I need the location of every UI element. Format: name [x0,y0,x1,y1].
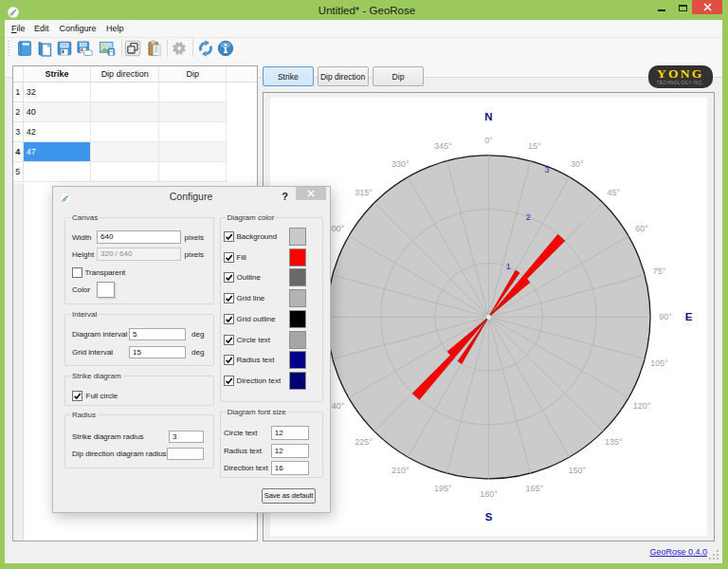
direction-label: E [685,311,693,322]
cell-dip_direction[interactable] [91,142,159,161]
grid-interval-input[interactable]: 15 [129,346,186,358]
row-number[interactable]: 4 [13,142,24,162]
cell-dip[interactable] [159,162,227,181]
yong-logo-brand: YONG [648,67,714,80]
fill-swatch[interactable] [289,248,306,266]
diagram-interval-unit: deg [191,330,204,339]
resize-grip-icon[interactable] [708,549,719,560]
radius-text-size-input[interactable]: 12 [271,444,309,458]
cell-strike[interactable] [24,162,92,181]
row-number[interactable]: 2 [13,102,24,122]
dip-radius-input[interactable] [167,448,204,460]
minimize-button[interactable] [658,9,665,11]
canvas-width-input[interactable]: 640 [97,230,181,244]
toolbar-grip[interactable] [8,41,9,57]
circle-text-size-input[interactable]: 12 [271,426,309,440]
radius-text-checkbox[interactable] [224,355,234,365]
degree-label: 120° [633,401,651,411]
outline-checkbox[interactable] [224,272,234,283]
tab-dip-direction[interactable]: Dip direction [318,66,369,87]
toolbar-info-button[interactable] [217,40,234,57]
grid-line-checkbox[interactable] [224,293,234,303]
grid-outline-swatch[interactable] [289,310,306,328]
row-number[interactable]: 1 [13,83,24,102]
menu-item-file[interactable]: File [7,20,30,37]
toolbar-copy-button[interactable] [124,40,141,57]
maximize-button[interactable] [679,5,687,11]
radius-text-swatch[interactable] [289,351,306,369]
diagram-interval-label: Diagram interval [72,330,127,339]
table-row: 240 [13,102,257,122]
outline-swatch[interactable] [289,268,306,286]
toolbar-save-as-button[interactable] [76,40,93,57]
degree-label: 180° [480,489,498,499]
version-link[interactable]: GeoRose 0.4.0 [649,547,707,557]
column-header-dip[interactable]: Dip [159,66,227,82]
tab-strike[interactable]: Strike [263,66,314,87]
fill-checkbox[interactable] [224,252,234,263]
circle-text-checkbox[interactable] [224,335,234,345]
dialog-help-button[interactable]: ? [279,189,292,204]
direction-text-swatch[interactable] [289,372,306,390]
table-row: 342 [13,122,257,142]
grid-outline-checkbox[interactable] [224,314,234,324]
dialog-title-bar[interactable]: Configure ? [53,187,330,206]
toolbar-export-image-button[interactable] [99,40,116,57]
column-header-dip_direction[interactable]: Dip direction [91,66,159,82]
cell-strike[interactable]: 47 [24,142,92,161]
canvas-color-swatch[interactable] [97,282,115,298]
toolbar-settings-gear-button[interactable] [171,40,188,57]
menu-item-edit[interactable]: Edit [29,20,54,37]
cell-dip[interactable] [159,102,227,121]
cell-dip_direction[interactable] [91,83,159,101]
save-as-default-button[interactable]: Save as default [262,488,316,504]
column-header-strike[interactable]: Strike [24,66,92,82]
toolbar-refresh-button[interactable] [197,40,214,57]
grid-line-swatch[interactable] [289,289,306,307]
direction-text-label: Direction text [237,376,282,385]
dialog-close-button[interactable] [296,187,326,200]
background-checkbox[interactable] [224,231,234,242]
cell-strike[interactable]: 42 [24,122,92,141]
cell-dip[interactable] [159,122,227,141]
direction-label: N [484,111,492,122]
toolbar-paste-button[interactable] [146,40,163,57]
cell-dip_direction[interactable] [91,162,159,181]
background-swatch[interactable] [289,228,306,246]
close-button[interactable] [692,0,722,14]
toolbar-save-button[interactable] [56,40,73,57]
column-header-label: Strike [45,69,68,79]
diagram-interval-input[interactable]: 5 [129,328,186,340]
toolbar-new-document-button[interactable] [16,40,33,57]
direction-text-checkbox[interactable] [224,376,234,386]
menu-item-help[interactable]: Help [101,20,129,37]
strike-radius-input[interactable]: 3 [169,431,204,443]
toolbar-open-file-button[interactable] [36,40,53,57]
status-bar: GeoRose 0.4.0 [5,541,722,563]
app-window: Untitled* - GeoRose FileEditConfigureHel… [0,0,728,569]
font-size-group-legend: Diagram font size [226,408,288,416]
degree-label: 345° [434,141,452,151]
cell-dip_direction[interactable] [91,122,159,141]
cell-dip[interactable] [159,83,227,101]
title-bar[interactable]: Untitled* - GeoRose [0,0,728,20]
menu-item-configure[interactable]: Configure [55,20,101,37]
cell-strike[interactable]: 40 [24,102,92,121]
full-circle-checkbox[interactable] [72,391,82,401]
cell-dip_direction[interactable] [91,102,159,121]
direction-text-size-input[interactable]: 16 [271,461,309,475]
table-corner [13,66,24,82]
strike-diagram-group-legend: Strike diagram [70,372,123,380]
diagram-color-group-legend: Diagram color [226,213,277,222]
row-number[interactable]: 3 [13,122,24,142]
grid-interval-label: Grid interval [72,348,113,357]
rose-diagram-canvas[interactable]: 0°15°30°45°60°75°90°105°120°135°150°165°… [270,98,707,536]
tab-dip[interactable]: Dip [373,66,424,87]
transparent-checkbox[interactable] [72,267,82,278]
table-row: 447 [13,142,257,162]
cell-dip[interactable] [159,142,227,161]
canvas-height-input[interactable]: 320 / 640 [97,248,181,261]
row-number[interactable]: 5 [13,162,24,182]
cell-strike[interactable]: 32 [24,83,92,101]
circle-text-swatch[interactable] [289,331,306,349]
